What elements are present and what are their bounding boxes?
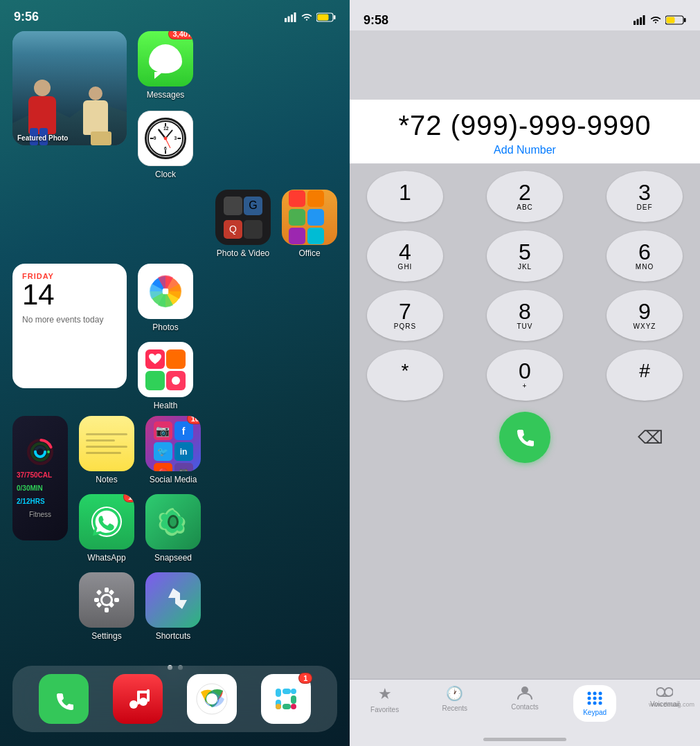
messages-app[interactable]: 3,407 Messages: [138, 31, 193, 100]
dialpad-row-3: 7 PQRS 8 TUV 9 WXYZ: [367, 290, 683, 341]
dial-btn-3[interactable]: 3 DEF: [607, 171, 683, 222]
svg-point-74: [599, 702, 602, 705]
featured-photo-widget[interactable]: Featured Photo: [12, 31, 127, 145]
empty-left: [374, 412, 425, 463]
slack-icon: [270, 683, 302, 715]
hrs-stat: 2/12HRS: [17, 498, 45, 505]
calendar-date: 14: [22, 280, 117, 309]
min-stat: 0/30MIN: [17, 484, 43, 492]
clock-svg: 12 3 6 9: [147, 119, 184, 158]
dialpad-body: 1 2 ABC 3 DEF 4 GHI 5 JKL 6: [350, 164, 700, 679]
right-wifi-icon: [649, 15, 662, 25]
whatsapp-label: WhatsApp: [87, 553, 125, 563]
delete-button[interactable]: ⌫: [625, 412, 676, 463]
clock-face-icon: 12 3 6 9: [145, 118, 186, 159]
svg-point-69: [588, 697, 591, 700]
keypad-tab-bg: Keypad: [573, 685, 616, 722]
fitness-widget[interactable]: 37/750CAL 0/30MIN 2/12HRS Fitness: [12, 416, 68, 540]
social-badge: 10: [187, 416, 201, 424]
whatsapp-app[interactable]: 1 WhatsApp: [79, 494, 134, 563]
messages-badge: 3,407: [168, 31, 193, 39]
tab-recents[interactable]: 🕐 Recents: [427, 685, 483, 722]
tab-contacts[interactable]: Contacts: [497, 685, 553, 722]
shortcuts-label: Shortcuts: [156, 631, 191, 641]
fitness-label: Fitness: [29, 511, 51, 518]
signal-icon: [285, 12, 297, 22]
dock-chrome[interactable]: [187, 674, 237, 724]
snapseed-app[interactable]: Snapseed: [145, 494, 201, 563]
dial-btn-8[interactable]: 8 TUV: [487, 290, 563, 341]
dock-phone[interactable]: [39, 674, 89, 724]
svg-rect-51: [276, 689, 281, 697]
dial-btn-5[interactable]: 5 JKL: [487, 230, 563, 282]
photos-app-2[interactable]: Photos: [138, 264, 193, 332]
tab-favorites[interactable]: ★ Favorites: [357, 685, 413, 722]
battery-icon: [316, 12, 336, 22]
dial-btn-2[interactable]: 2 ABC: [487, 171, 563, 222]
office-grid-icon: [282, 190, 337, 245]
keypad-icon: [586, 691, 603, 706]
svg-point-68: [599, 692, 602, 695]
dial-btn-1[interactable]: 1: [367, 171, 443, 222]
social-media-app[interactable]: 📷 f 🐦 in 🔴 🎮 10 Social Media: [145, 416, 201, 484]
add-number-link[interactable]: Add Number: [364, 144, 686, 156]
svg-point-66: [588, 692, 591, 695]
svg-rect-0: [285, 18, 287, 22]
dial-btn-0[interactable]: 0 +: [487, 349, 563, 401]
svg-rect-38: [96, 590, 102, 595]
svg-rect-64: [667, 17, 675, 24]
dock-music[interactable]: [113, 674, 163, 724]
svg-point-70: [593, 697, 597, 700]
shortcuts-icon: [156, 583, 190, 617]
dock-slack[interactable]: 1: [261, 674, 311, 724]
left-phone: 9:56: [0, 0, 350, 746]
right-battery-icon: [665, 15, 686, 25]
dial-btn-7[interactable]: 7 PQRS: [367, 290, 443, 341]
office-app[interactable]: Office: [282, 190, 337, 258]
svg-rect-60: [640, 17, 642, 25]
svg-point-19: [164, 137, 168, 140]
messages-label: Messages: [147, 90, 185, 100]
svg-point-42: [129, 700, 138, 709]
delete-icon: ⌫: [638, 427, 663, 448]
clock-app[interactable]: 12 3 6 9 Clo: [138, 111, 193, 179]
recents-icon: 🕐: [446, 685, 463, 702]
health-label: Health: [154, 401, 178, 410]
notes-app[interactable]: Notes: [79, 416, 134, 484]
dial-btn-9[interactable]: 9 WXYZ: [607, 290, 683, 341]
dial-btn-6[interactable]: 6 MNO: [607, 230, 683, 282]
right-home-indicator: [350, 732, 700, 746]
caller-area: [350, 30, 700, 100]
svg-text:6: 6: [164, 146, 167, 151]
snapseed-label: Snapseed: [154, 553, 192, 563]
svg-point-71: [599, 697, 602, 700]
call-icon: [512, 425, 537, 450]
keypad-label: Keypad: [583, 709, 607, 716]
dial-btn-hash[interactable]: #: [607, 349, 683, 401]
svg-point-49: [206, 693, 217, 704]
watermark: www.deuag.com: [649, 701, 694, 708]
left-status-icons: [285, 12, 336, 22]
photos-label-2: Photos: [152, 322, 178, 332]
svg-rect-58: [634, 21, 636, 25]
health-app[interactable]: Health: [138, 342, 193, 410]
tab-keypad[interactable]: Keypad: [567, 685, 622, 722]
whatsapp-badge: 1: [123, 494, 134, 502]
right-signal-icon: [634, 15, 646, 25]
voicemail-icon: [656, 685, 673, 698]
recents-label: Recents: [442, 704, 467, 712]
shortcuts-app[interactable]: Shortcuts: [145, 572, 201, 641]
svg-text:9: 9: [154, 136, 156, 140]
right-phone: 9:58 *72 (999)-999-9990 Add Numbe: [350, 0, 700, 746]
photos-pinwheel-icon: [145, 271, 186, 312]
svg-text:3: 3: [174, 136, 177, 140]
favorites-icon: ★: [378, 685, 392, 703]
photo-video-app[interactable]: G Q Photo & Video: [215, 190, 271, 258]
settings-app[interactable]: Settings: [79, 572, 134, 641]
call-button[interactable]: [499, 412, 550, 463]
calendar-widget[interactable]: FRIDAY 14 No more events today: [12, 264, 127, 388]
dial-btn-star[interactable]: *: [367, 349, 443, 401]
tab-bar: ★ Favorites 🕐 Recents Contacts: [350, 679, 700, 732]
messages-bubble-icon: [149, 44, 182, 73]
dial-btn-4[interactable]: 4 GHI: [367, 230, 443, 282]
